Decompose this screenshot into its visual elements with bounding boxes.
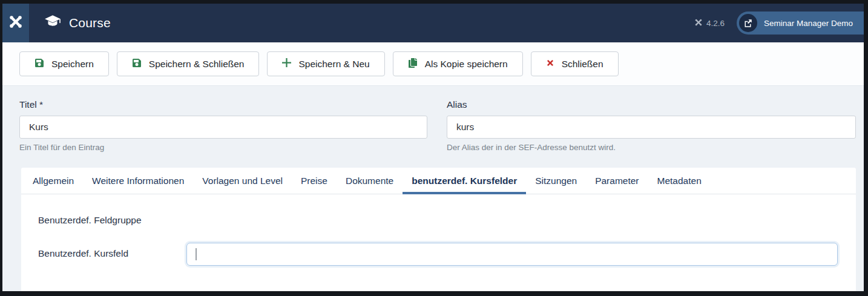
alias-input[interactable]	[447, 116, 856, 139]
title-input[interactable]	[19, 116, 427, 139]
save-icon	[132, 58, 142, 70]
joomla-logo-icon	[8, 14, 24, 32]
coursefield-row: Benutzerdef. Kursfeld	[38, 243, 838, 266]
page-body: Titel * Ein Titel für den Eintrag Alias …	[2, 86, 864, 291]
tab-metadaten[interactable]: Metadaten	[648, 168, 711, 194]
save-close-label: Speichern & Schließen	[149, 59, 245, 70]
admin-header: Course 4.2.6	[2, 4, 864, 42]
joomla-version-icon	[694, 18, 703, 28]
title-field-help: Ein Titel für den Eintrag	[19, 143, 427, 152]
external-link-icon	[739, 14, 757, 32]
graduation-cap-icon	[44, 15, 61, 31]
joomla-version: 4.2.6	[694, 18, 725, 28]
site-preview-button[interactable]: Seminar Manager Demo	[737, 12, 864, 35]
tab-panel-kursfelder: Benutzerdef. Feldgruppe Benutzerdef. Kur…	[21, 194, 856, 291]
action-toolbar: Speichern Speichern & Schließen Speicher…	[2, 42, 864, 86]
tab-preise[interactable]: Preise	[292, 168, 337, 194]
copy-icon	[408, 58, 418, 70]
site-preview-label: Seminar Manager Demo	[764, 19, 853, 28]
tab-parameter[interactable]: Parameter	[586, 168, 648, 194]
save-label: Speichern	[51, 59, 94, 70]
fieldgroup-row: Benutzerdef. Feldgruppe	[38, 215, 838, 226]
save-icon	[35, 58, 44, 70]
save-copy-label: Als Kopie speichern	[425, 59, 508, 70]
text-cursor	[196, 248, 197, 260]
close-label: Schließen	[562, 59, 603, 70]
edit-card: Allgemein Weitere Informationen Vorlagen…	[21, 168, 856, 291]
version-number: 4.2.6	[706, 19, 725, 28]
save-new-button[interactable]: Speichern & Neu	[267, 51, 384, 76]
save-button[interactable]: Speichern	[19, 51, 109, 76]
close-icon	[546, 59, 554, 70]
alias-field-label: Alias	[447, 99, 856, 110]
joomla-menu-tile[interactable]	[2, 4, 29, 42]
coursefield-input-wrap	[186, 243, 838, 266]
fieldgroup-label: Benutzerdef. Feldgruppe	[38, 215, 186, 226]
coursefield-label: Benutzerdef. Kursfeld	[38, 243, 186, 259]
app-window: Course 4.2.6	[0, 0, 868, 296]
alias-field-help: Der Alias der in der SEF-Adresse benutzt…	[447, 143, 856, 152]
page-title: Course	[69, 16, 111, 30]
page-heading: Course	[44, 15, 111, 31]
title-alias-row: Titel * Ein Titel für den Eintrag Alias …	[2, 86, 864, 164]
tab-allgemein[interactable]: Allgemein	[24, 168, 83, 194]
tab-weitere-informationen[interactable]: Weitere Informationen	[83, 168, 193, 194]
save-copy-button[interactable]: Als Kopie speichern	[393, 51, 523, 76]
save-close-button[interactable]: Speichern & Schließen	[117, 51, 260, 76]
tab-bar: Allgemein Weitere Informationen Vorlagen…	[21, 168, 856, 194]
tab-benutzerdef-kursfelder[interactable]: benutzerdef. Kursfelder	[403, 168, 526, 194]
close-button[interactable]: Schließen	[531, 51, 619, 76]
title-field-label: Titel *	[19, 99, 427, 110]
tab-sitzungen[interactable]: Sitzungen	[526, 168, 586, 194]
coursefield-input[interactable]	[186, 243, 838, 266]
tab-vorlagen-und-level[interactable]: Vorlagen und Level	[193, 168, 292, 194]
plus-icon	[282, 58, 291, 70]
header-right-cluster: 4.2.6 Seminar Manager Demo	[694, 12, 864, 35]
tab-dokumente[interactable]: Dokumente	[337, 168, 403, 194]
save-new-label: Speichern & Neu	[298, 59, 369, 70]
